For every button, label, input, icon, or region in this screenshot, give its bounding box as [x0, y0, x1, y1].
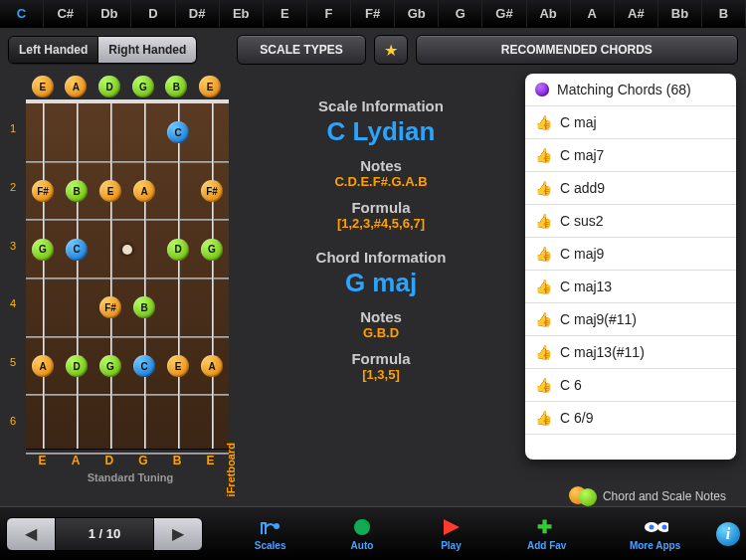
string-label: B — [173, 454, 182, 467]
left-handed-button[interactable]: Left Handed — [9, 37, 98, 63]
string-label: E — [206, 454, 214, 467]
string-label: A — [72, 454, 81, 467]
chord-label: C sus2 — [560, 213, 604, 229]
key-Csharp[interactable]: C# — [44, 0, 88, 27]
fret-note[interactable]: C — [133, 355, 155, 377]
tab-label: Scales — [255, 540, 286, 551]
prev-button[interactable]: ◀ — [7, 517, 55, 551]
tab-scales[interactable]: Scales — [255, 516, 286, 551]
tab-label: More Apps — [630, 540, 680, 551]
fret-note[interactable]: A — [133, 180, 155, 202]
chord-label: C maj13 — [560, 279, 612, 294]
chord-formula: [1,3,5] — [243, 367, 519, 382]
chord-notes: G.B.D — [243, 325, 519, 340]
fret-note[interactable]: C — [66, 239, 88, 261]
svg-marker-2 — [444, 519, 460, 535]
fret-note[interactable]: D — [167, 239, 189, 261]
fret-note[interactable]: B — [133, 296, 155, 318]
chord-row[interactable]: 👍C maj9 — [525, 238, 736, 271]
key-Bb[interactable]: Bb — [658, 0, 702, 27]
info-button[interactable]: i — [716, 522, 740, 546]
fret-number: 2 — [4, 181, 22, 193]
chord-row[interactable]: 👍C maj13(#11) — [525, 336, 736, 369]
chord-row[interactable]: 👍C sus2 — [525, 205, 736, 238]
svg-text:✚: ✚ — [537, 517, 552, 537]
chord-row[interactable]: 👍C maj9(#11) — [525, 303, 736, 336]
fret-note[interactable]: A — [32, 355, 54, 377]
thumbs-up-icon: 👍 — [535, 311, 552, 327]
chord-info-heading: Chord Information — [243, 249, 519, 266]
thumbs-up-icon: 👍 — [535, 410, 552, 426]
key-B[interactable]: B — [702, 0, 746, 27]
scale-formula: [1,2,3,#4,5,6,7] — [243, 216, 519, 231]
star-icon: ★ — [384, 41, 398, 60]
key-G[interactable]: G — [439, 0, 482, 27]
open-note: D — [98, 76, 120, 97]
fret-note[interactable]: F# — [99, 296, 121, 318]
tab-more-apps[interactable]: More Apps — [630, 516, 680, 551]
fret-number: 3 — [4, 240, 22, 252]
key-D[interactable]: D — [131, 0, 175, 27]
tab-label: Auto — [351, 540, 374, 551]
chords-column: Matching Chords (68) 👍C maj👍C maj7👍C add… — [527, 76, 736, 506]
scale-types-button[interactable]: SCALE TYPES — [237, 35, 365, 65]
chords-header-label: Matching Chords (68) — [557, 82, 691, 97]
fret-note[interactable]: B — [66, 180, 88, 202]
key-Gsharp[interactable]: G# — [482, 0, 526, 27]
key-Db[interactable]: Db — [88, 0, 131, 27]
legend-dots-icon — [569, 486, 597, 506]
chord-label: C maj9(#11) — [560, 311, 637, 327]
legend-label: Chord and Scale Notes — [603, 489, 726, 503]
key-C[interactable]: C — [0, 0, 44, 27]
tab-play[interactable]: Play — [438, 516, 464, 551]
chord-label: C 6/9 — [560, 410, 593, 426]
scale-name: C Lydian — [243, 116, 519, 147]
fret-note[interactable]: D — [66, 355, 88, 377]
key-Eb[interactable]: Eb — [220, 0, 264, 27]
fret-note[interactable]: E — [167, 355, 189, 377]
chevron-right-icon: ▶ — [172, 525, 184, 542]
key-Fsharp[interactable]: F# — [351, 0, 395, 27]
chord-row[interactable]: 👍C add9 — [525, 172, 736, 205]
chord-row[interactable]: 👍C maj13 — [525, 271, 736, 303]
key-A[interactable]: A — [571, 0, 615, 27]
fret-note[interactable]: C — [167, 121, 189, 143]
recommended-chords-button[interactable]: RECOMMENDED CHORDS — [416, 35, 738, 65]
thumbs-up-icon: 👍 — [535, 279, 552, 294]
tab-add-fav[interactable]: ✚Add Fav — [527, 516, 566, 551]
more-apps-icon — [643, 516, 668, 538]
open-note: E — [32, 76, 54, 97]
fret-note[interactable]: G — [99, 355, 121, 377]
key-Ab[interactable]: Ab — [527, 0, 571, 27]
key-Dsharp[interactable]: D# — [176, 0, 220, 27]
fret-note[interactable]: F# — [201, 180, 223, 202]
fret-note[interactable]: G — [32, 239, 54, 261]
fret-note[interactable]: G — [201, 239, 223, 261]
fret-note[interactable]: A — [201, 355, 223, 377]
fret-number: 6 — [4, 415, 22, 427]
thumbs-up-icon: 👍 — [535, 246, 552, 262]
page-label: 1 / 10 — [55, 517, 154, 551]
key-Gb[interactable]: Gb — [395, 0, 439, 27]
chords-list[interactable]: 👍C maj👍C maj7👍C add9👍C sus2👍C maj9👍C maj… — [525, 106, 736, 460]
right-handed-button[interactable]: Right Handed — [98, 37, 196, 63]
fretboard[interactable]: CF#BEAF#GCDGF#BADGCEA — [26, 99, 229, 450]
tab-auto[interactable]: Auto — [349, 516, 375, 551]
chord-row[interactable]: 👍C 6/9 — [525, 402, 736, 435]
thumbs-up-icon: 👍 — [535, 114, 552, 130]
info-panel: Scale Information C Lydian Notes C.D.E.F… — [243, 76, 519, 506]
chord-row[interactable]: 👍C 6 — [525, 369, 736, 402]
thumbs-up-icon: 👍 — [535, 377, 552, 393]
next-button[interactable]: ▶ — [154, 517, 202, 551]
fret-note[interactable]: F# — [32, 180, 54, 202]
chord-row[interactable]: 👍C maj7 — [525, 139, 736, 172]
key-E[interactable]: E — [264, 0, 307, 27]
svg-point-7 — [661, 525, 666, 530]
notes-heading: Notes — [243, 157, 519, 174]
tab-label: Play — [441, 540, 462, 551]
chord-row[interactable]: 👍C maj — [525, 106, 736, 139]
favorite-star-button[interactable]: ★ — [374, 35, 408, 65]
key-F[interactable]: F — [307, 0, 351, 27]
fret-note[interactable]: E — [99, 180, 121, 202]
key-Asharp[interactable]: A# — [615, 0, 658, 27]
